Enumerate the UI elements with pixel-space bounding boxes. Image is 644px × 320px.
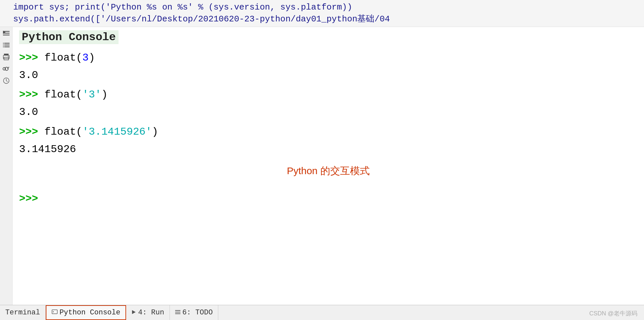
- prompt-3: >>>: [19, 126, 38, 138]
- prompt-1: >>>: [19, 52, 38, 64]
- bottom-bar: Terminal Python Console 4: Run 6: TODO: [0, 305, 644, 320]
- tab-run-label: 4: Run: [138, 308, 164, 317]
- annotation-text: Python 的交互模式: [19, 164, 637, 178]
- toolbar-icon-1[interactable]: [2, 29, 11, 38]
- top-bar-line1: import sys; print('Python %s on %s' % (s…: [13, 1, 641, 13]
- watermark: CSDN @老牛源码: [589, 309, 637, 317]
- console-prompt-empty[interactable]: >>>: [19, 190, 637, 207]
- tab-python-console-label: Python Console: [60, 308, 121, 317]
- svg-rect-4: [4, 43, 10, 44]
- todo-icon: [175, 309, 180, 316]
- svg-rect-7: [3, 43, 4, 44]
- tab-terminal-label: Terminal: [5, 308, 40, 317]
- python-console-icon: [52, 309, 58, 316]
- left-toolbar: [0, 27, 13, 305]
- console-output-1: 3.0: [19, 67, 637, 84]
- svg-marker-20: [132, 310, 136, 314]
- console-area: Python Console >>> float(3) 3.0 >>> floa…: [13, 27, 644, 305]
- top-bar: import sys; print('Python %s on %s' % (s…: [0, 0, 644, 27]
- toolbar-icon-clock[interactable]: [2, 76, 11, 85]
- svg-rect-22: [175, 312, 180, 312]
- console-entry-3-input: >>> float('3.1415926'): [19, 123, 637, 140]
- svg-line-17: [6, 81, 8, 82]
- console-output-2: 3.0: [19, 104, 637, 120]
- prompt-empty: >>>: [19, 193, 38, 205]
- console-entry-1-input: >>> float(3): [19, 49, 637, 66]
- top-bar-line2: sys.path.extend(['/Users/nl/Desktop/2021…: [13, 13, 641, 25]
- svg-rect-18: [52, 310, 57, 314]
- svg-rect-5: [4, 44, 10, 45]
- tab-todo[interactable]: 6: TODO: [170, 305, 218, 320]
- svg-point-19: [53, 311, 54, 312]
- console-title: Python Console: [19, 30, 119, 44]
- svg-rect-6: [4, 46, 10, 47]
- svg-rect-9: [3, 46, 4, 47]
- prompt-2: >>>: [19, 89, 38, 101]
- tab-python-console[interactable]: Python Console: [46, 305, 126, 320]
- toolbar-icon-infinity[interactable]: [2, 65, 11, 73]
- svg-rect-8: [3, 44, 4, 45]
- toolbar-icon-print[interactable]: [2, 53, 11, 61]
- toolbar-icon-2[interactable]: [2, 41, 11, 49]
- svg-rect-21: [175, 310, 180, 311]
- tab-todo-label: 6: TODO: [182, 308, 213, 317]
- console-entry-2-input: >>> float('3'): [19, 86, 637, 103]
- console-output-3: 3.1415926: [19, 141, 637, 158]
- svg-rect-23: [175, 313, 180, 314]
- tab-terminal[interactable]: Terminal: [0, 305, 46, 320]
- tab-run[interactable]: 4: Run: [126, 305, 170, 320]
- svg-rect-2: [3, 35, 10, 36]
- main-area: Python Console >>> float(3) 3.0 >>> floa…: [0, 27, 644, 305]
- run-icon: [131, 309, 136, 316]
- svg-rect-13: [8, 56, 9, 57]
